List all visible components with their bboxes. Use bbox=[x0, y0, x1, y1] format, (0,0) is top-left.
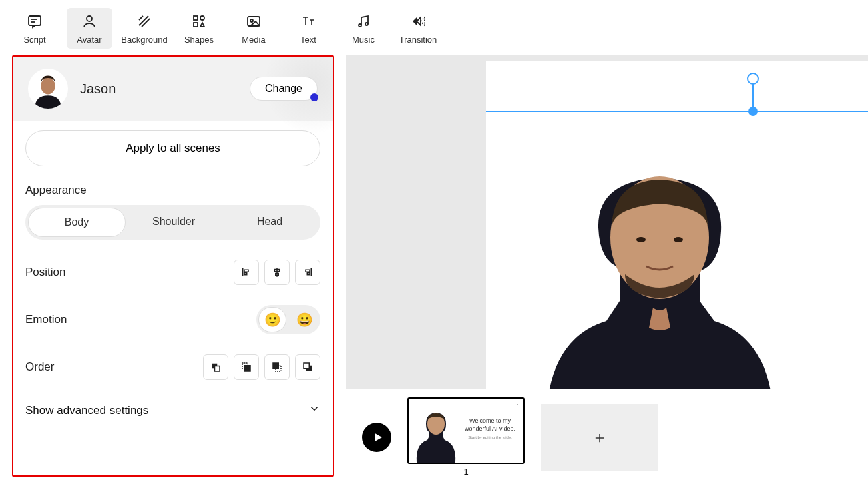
tool-background[interactable]: Background bbox=[122, 8, 167, 49]
canvas[interactable]: Welcom wonderf Start by editing th bbox=[346, 55, 868, 389]
svg-point-13 bbox=[365, 23, 368, 25]
emotion-neutral[interactable]: 🙂 bbox=[258, 307, 286, 332]
send-to-back-icon bbox=[302, 361, 314, 373]
appearance-body[interactable]: Body bbox=[28, 208, 126, 237]
send-to-back-button[interactable] bbox=[295, 354, 320, 380]
svg-rect-16 bbox=[244, 270, 248, 272]
align-right-icon bbox=[302, 266, 314, 278]
align-left-button[interactable] bbox=[234, 260, 259, 285]
position-label: Position bbox=[25, 266, 65, 279]
tool-music[interactable]: Music bbox=[341, 8, 386, 49]
tool-text[interactable]: Text bbox=[286, 8, 331, 49]
svg-line-6 bbox=[139, 16, 143, 20]
bring-to-front-icon bbox=[210, 361, 222, 373]
bring-forward-icon bbox=[240, 361, 252, 373]
svg-rect-0 bbox=[29, 16, 41, 25]
scene-thumbnail-1[interactable]: ▪ Welcome to my wonderful AI video. Star… bbox=[407, 397, 525, 464]
timeline: ▪ Welcome to my wonderful AI video. Star… bbox=[346, 389, 868, 477]
svg-line-5 bbox=[142, 19, 150, 27]
svg-rect-22 bbox=[306, 270, 310, 272]
panel-header: Jason Change bbox=[13, 57, 333, 121]
svg-point-3 bbox=[87, 16, 92, 21]
bring-to-front-button[interactable] bbox=[203, 354, 228, 380]
background-icon bbox=[136, 13, 152, 29]
plus-icon: ＋ bbox=[592, 427, 608, 448]
align-right-button[interactable] bbox=[295, 260, 320, 285]
svg-point-14 bbox=[41, 77, 55, 94]
scene-number: 1 bbox=[463, 467, 468, 477]
add-scene-button[interactable]: ＋ bbox=[541, 404, 658, 471]
appearance-shoulder[interactable]: Shoulder bbox=[126, 208, 222, 237]
svg-rect-25 bbox=[215, 366, 220, 372]
play-icon bbox=[372, 431, 384, 443]
svg-point-12 bbox=[359, 24, 361, 27]
align-center-button[interactable] bbox=[264, 260, 290, 285]
svg-rect-9 bbox=[194, 23, 198, 27]
avatar-settings-panel: Jason Change Apply to all scenes Appeara… bbox=[12, 55, 334, 477]
text-icon bbox=[300, 13, 316, 29]
avatar-icon bbox=[81, 13, 97, 29]
svg-point-33 bbox=[636, 237, 646, 242]
slide[interactable]: Welcom wonderf Start by editing th bbox=[486, 61, 868, 389]
svg-rect-27 bbox=[245, 366, 250, 371]
order-label: Order bbox=[25, 360, 54, 374]
emotion-toggle: 🙂 😀 bbox=[256, 305, 320, 334]
appearance-segmented: Body Shoulder Head bbox=[25, 205, 320, 240]
chevron-down-icon bbox=[308, 403, 320, 418]
transition-icon bbox=[410, 13, 426, 29]
svg-point-11 bbox=[250, 19, 253, 22]
svg-point-34 bbox=[674, 237, 683, 242]
script-icon bbox=[27, 13, 43, 29]
send-backward-button[interactable] bbox=[264, 354, 290, 380]
svg-rect-31 bbox=[304, 363, 309, 368]
top-toolbar: Script Avatar Background Shapes Media Te… bbox=[0, 0, 868, 49]
media-icon bbox=[246, 13, 262, 29]
thumb-avatar-icon bbox=[413, 409, 459, 463]
send-backward-icon bbox=[271, 361, 283, 373]
tool-avatar[interactable]: Avatar bbox=[67, 8, 112, 49]
svg-rect-7 bbox=[194, 16, 198, 20]
appearance-head[interactable]: Head bbox=[222, 208, 318, 237]
apply-all-scenes-button[interactable]: Apply to all scenes bbox=[25, 130, 320, 166]
emotion-happy[interactable]: 😀 bbox=[290, 307, 318, 332]
shapes-icon bbox=[191, 13, 207, 29]
emotion-label: Emotion bbox=[25, 313, 67, 326]
avatar-head-icon bbox=[30, 73, 66, 109]
tool-media[interactable]: Media bbox=[231, 8, 276, 49]
notification-dot bbox=[310, 93, 318, 101]
tool-transition[interactable]: Transition bbox=[395, 8, 441, 49]
change-avatar-button[interactable]: Change bbox=[250, 77, 318, 101]
avatar-thumbnail[interactable] bbox=[28, 69, 68, 109]
align-left-icon bbox=[240, 266, 252, 278]
show-advanced-settings[interactable]: Show advanced settings bbox=[25, 400, 320, 425]
selection-anchor[interactable] bbox=[748, 107, 758, 116]
bring-forward-button[interactable] bbox=[234, 354, 259, 380]
music-icon bbox=[355, 13, 371, 29]
svg-rect-23 bbox=[307, 273, 310, 275]
appearance-label: Appearance bbox=[25, 184, 320, 197]
selection-guide-line bbox=[486, 111, 868, 112]
rotate-handle[interactable] bbox=[747, 73, 759, 85]
align-center-icon bbox=[271, 266, 283, 278]
tool-script[interactable]: Script bbox=[12, 8, 57, 49]
avatar-on-canvas[interactable] bbox=[519, 161, 800, 389]
play-button[interactable] bbox=[362, 423, 391, 452]
svg-point-8 bbox=[200, 16, 204, 20]
tool-shapes[interactable]: Shapes bbox=[176, 8, 222, 49]
svg-rect-17 bbox=[244, 273, 247, 275]
avatar-name: Jason bbox=[80, 81, 116, 97]
